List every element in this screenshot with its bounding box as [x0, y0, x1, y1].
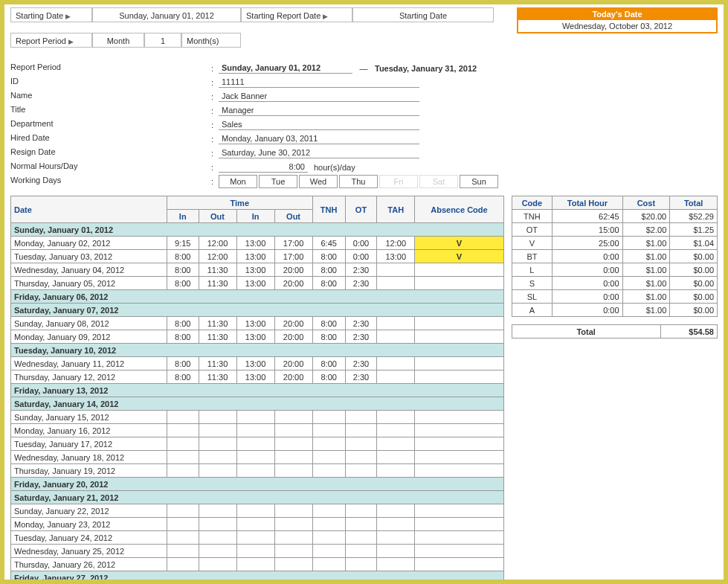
- starting-date-value[interactable]: Sunday, January 01, 2012: [92, 7, 241, 22]
- table-row: Friday, January 06, 2012: [11, 290, 504, 304]
- summary-row: BT0:00$1.00$0.00: [512, 250, 717, 263]
- starting-report-date-label: Starting Report Date▶: [241, 7, 352, 22]
- table-row: Thursday, January 05, 20128:0011:3013:00…: [11, 277, 504, 290]
- timesheet-table: DateTimeTNHOTTAHAbsence Code InOutInOut …: [10, 196, 504, 580]
- table-row: Tuesday, January 03, 20128:0012:0013:001…: [11, 250, 504, 263]
- table-row: Sunday, January 01, 2012: [11, 223, 504, 237]
- day-sat[interactable]: Sat: [419, 175, 458, 188]
- table-row: Monday, January 09, 20128:0011:3013:0020…: [11, 330, 504, 344]
- table-row: Sunday, January 22, 2012: [11, 504, 504, 518]
- val-resign-date[interactable]: Saturday, June 30, 2012: [219, 147, 419, 158]
- today-label: Today's Date: [518, 9, 716, 19]
- table-row: Wednesday, January 11, 20128:0011:3013:0…: [11, 357, 504, 370]
- table-row: Tuesday, January 24, 2012: [11, 531, 504, 545]
- table-row: Wednesday, January 25, 2012: [11, 545, 504, 558]
- day-sun[interactable]: Sun: [460, 175, 498, 188]
- today-value: Wednesday, October 03, 2012: [518, 19, 716, 32]
- day-fri[interactable]: Fri: [379, 175, 418, 188]
- working-days-row: MonTueWedThuFriSatSun: [219, 175, 500, 188]
- table-row: Monday, January 23, 2012: [11, 518, 504, 531]
- val-hired-date[interactable]: Monday, January 03, 2011: [219, 133, 419, 144]
- table-row: Thursday, January 12, 20128:0011:3013:00…: [11, 370, 504, 384]
- summary-table: CodeTotal HourCostTotal TNH62:45$20.00$5…: [512, 196, 718, 317]
- grand-total-table: Total$54.58: [512, 324, 718, 338]
- day-tue[interactable]: Tue: [259, 175, 297, 188]
- grand-total-label: Total: [512, 325, 660, 338]
- lbl-normal-hours: Normal Hours/Day: [10, 160, 211, 174]
- lbl-department: Department: [10, 118, 211, 132]
- val-id[interactable]: 11111: [219, 77, 419, 88]
- today-date-box: Today's Date Wednesday, October 03, 2012: [517, 7, 718, 33]
- summary-row: TNH62:45$20.00$52.29: [512, 210, 717, 223]
- val-title[interactable]: Manager: [219, 105, 419, 116]
- table-row: Thursday, January 26, 2012: [11, 558, 504, 571]
- table-row: Tuesday, January 10, 2012: [11, 344, 504, 357]
- day-thu[interactable]: Thu: [339, 175, 378, 188]
- table-row: Sunday, January 08, 20128:0011:3013:0020…: [11, 317, 504, 330]
- summary-row: V25:00$1.00$1.04: [512, 237, 717, 250]
- table-row: Saturday, January 21, 2012: [11, 491, 504, 504]
- val-normal-hours[interactable]: 8:00: [219, 161, 308, 173]
- table-row: Friday, January 13, 2012: [11, 384, 504, 397]
- period-count[interactable]: 1: [144, 33, 181, 48]
- grand-total-value: $54.58: [660, 325, 717, 338]
- summary-row: SL0:00$1.00$0.00: [512, 290, 717, 304]
- val-period-end: Tuesday, January 31, 2012: [375, 64, 477, 73]
- table-row: Tuesday, January 17, 2012: [11, 437, 504, 451]
- lbl-id: ID: [10, 75, 211, 89]
- lbl-name: Name: [10, 89, 211, 103]
- starting-date-label: Starting Date▶: [10, 7, 92, 22]
- period-suffix: Month(s): [181, 33, 241, 48]
- lbl-report-period: Report Period: [10, 61, 211, 75]
- day-mon[interactable]: Mon: [219, 175, 257, 188]
- lbl-hired-date: Hired Date: [10, 132, 211, 146]
- table-row: Friday, January 27, 2012: [11, 571, 504, 580]
- table-row: Monday, January 16, 2012: [11, 424, 504, 437]
- table-row: Saturday, January 14, 2012: [11, 397, 504, 411]
- lbl-working-days: Working Days: [10, 174, 211, 188]
- summary-row: L0:00$1.00$0.00: [512, 263, 717, 277]
- table-row: Wednesday, January 18, 2012: [11, 451, 504, 464]
- report-period-label: Report Period▶: [10, 33, 92, 48]
- lbl-resign-date: Resign Date: [10, 146, 211, 160]
- summary-row: OT15:00$2.00$1.25: [512, 223, 717, 237]
- table-row: Wednesday, January 04, 20128:0011:3013:0…: [11, 263, 504, 277]
- starting-report-date-value[interactable]: Starting Date: [352, 7, 494, 22]
- day-wed[interactable]: Wed: [299, 175, 338, 188]
- val-name[interactable]: Jack Banner: [219, 91, 419, 102]
- table-row: Thursday, January 19, 2012: [11, 464, 504, 478]
- table-row: Saturday, January 07, 2012: [11, 304, 504, 317]
- summary-row: A0:00$1.00$0.00: [512, 304, 717, 317]
- summary-row: S0:00$1.00$0.00: [512, 277, 717, 290]
- period-unit[interactable]: Month: [92, 33, 144, 48]
- lbl-title: Title: [10, 103, 211, 118]
- table-row: Monday, January 02, 20129:1512:0013:0017…: [11, 237, 504, 250]
- table-row: Sunday, January 15, 2012: [11, 411, 504, 424]
- val-department[interactable]: Sales: [219, 119, 419, 130]
- table-row: Friday, January 20, 2012: [11, 478, 504, 491]
- val-period-start: Sunday, January 01, 2012: [219, 62, 352, 74]
